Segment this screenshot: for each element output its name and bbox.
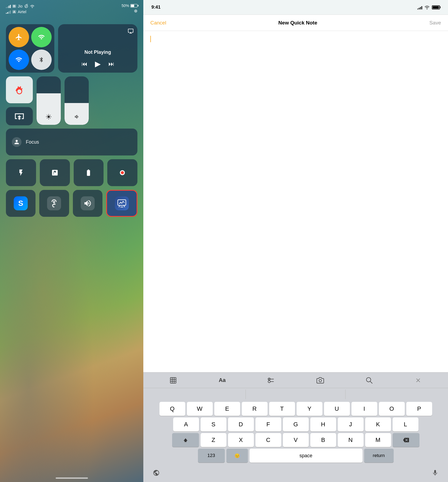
shift-icon <box>183 437 189 443</box>
cc-media-block[interactable]: Not Playing ⏮ ▶ ⏭ <box>58 24 137 73</box>
camera-icon <box>317 377 324 384</box>
volume-slider[interactable] <box>65 76 89 125</box>
checklist-button[interactable] <box>265 375 278 386</box>
media-airplay-icon[interactable] <box>128 28 134 35</box>
cellular-icon <box>38 34 45 41</box>
key-c[interactable]: C <box>255 433 281 447</box>
key-a[interactable]: A <box>173 417 199 431</box>
backspace-key[interactable] <box>393 433 419 447</box>
media-next-button[interactable]: ⏭ <box>108 61 114 68</box>
monitor-chart-icon <box>117 199 127 208</box>
table-button[interactable] <box>167 375 180 386</box>
waveform-icon <box>83 199 92 208</box>
notes-text-area[interactable] <box>143 31 448 372</box>
svg-rect-3 <box>118 200 126 205</box>
battery-indicator-button[interactable] <box>74 159 104 186</box>
record-icon <box>119 169 126 176</box>
wifi-button-icon <box>15 56 22 63</box>
svg-point-0 <box>32 7 33 8</box>
keyboard-row-zm: Z X C V B N M <box>144 433 447 447</box>
microphone-button[interactable] <box>429 467 441 479</box>
camera-button[interactable] <box>314 375 327 386</box>
cancel-button[interactable]: Cancel <box>150 20 166 26</box>
key-h[interactable]: H <box>310 417 336 431</box>
cellular-button[interactable] <box>31 27 52 47</box>
space-key[interactable]: space <box>250 449 362 463</box>
status-icons-right <box>417 5 440 9</box>
brightness-slider[interactable] <box>37 76 61 125</box>
screen-record-button[interactable] <box>107 159 137 186</box>
emoji-key[interactable]: 😊 <box>226 449 248 463</box>
flashlight-button[interactable] <box>6 159 36 186</box>
carrier2-row: A Airtel <box>6 10 35 14</box>
key-q[interactable]: Q <box>159 402 185 416</box>
battery-area: 50% ⊕ <box>122 3 137 13</box>
calculator-button[interactable] <box>40 159 70 186</box>
key-i[interactable]: I <box>351 402 377 416</box>
bluetooth-button[interactable] <box>31 49 52 70</box>
key-j[interactable]: J <box>338 417 364 431</box>
reader-app-button[interactable] <box>106 190 137 217</box>
keyboard-row-al: A S D F G H J K L <box>144 417 447 431</box>
microphone-icon <box>432 469 439 476</box>
suggestion-2[interactable] <box>246 389 346 399</box>
close-icon <box>415 377 421 384</box>
hearing-icon <box>47 196 61 210</box>
speaker-icon <box>74 114 80 120</box>
wifi-icon <box>30 4 35 8</box>
shazam-icon: S <box>14 196 28 210</box>
shazam-button[interactable]: S <box>6 190 35 217</box>
key-z[interactable]: Z <box>201 433 226 447</box>
airplane-mode-button[interactable] <box>9 27 29 47</box>
save-button[interactable]: Save <box>429 20 441 26</box>
focus-button[interactable]: Focus <box>6 129 137 155</box>
key-o[interactable]: O <box>379 402 405 416</box>
wifi-status-icon: ⊘̈ <box>24 3 28 9</box>
suggestion-3[interactable] <box>346 389 445 399</box>
key-y[interactable]: Y <box>297 402 322 416</box>
focus-label: Focus <box>26 139 39 145</box>
toolbar-close-button[interactable] <box>412 375 425 386</box>
key-e[interactable]: E <box>214 402 240 416</box>
key-u[interactable]: U <box>324 402 350 416</box>
battery-icon <box>130 4 137 8</box>
key-n[interactable]: N <box>338 433 364 447</box>
carrier2-label: Airtel <box>18 10 26 14</box>
key-v[interactable]: V <box>283 433 309 447</box>
key-x[interactable]: X <box>228 433 254 447</box>
return-key[interactable]: return <box>364 449 394 463</box>
key-l[interactable]: L <box>393 417 418 431</box>
key-f[interactable]: F <box>255 417 281 431</box>
globe-button[interactable] <box>150 467 162 479</box>
key-k[interactable]: K <box>365 417 391 431</box>
key-d[interactable]: D <box>228 417 254 431</box>
status-bar-right: 9:41 <box>143 0 448 15</box>
shift-key[interactable] <box>172 433 199 447</box>
suggestion-1[interactable] <box>146 389 246 399</box>
sound-analysis-button[interactable] <box>73 190 102 217</box>
sound-analysis-icon <box>81 196 95 210</box>
notes-toolbar: Aa <box>143 372 448 388</box>
svg-point-15 <box>366 377 371 382</box>
screen-rotation-lock-button[interactable] <box>6 76 33 103</box>
key-b[interactable]: B <box>310 433 336 447</box>
keyboard-bottom-row: 123 😊 space return <box>144 449 447 463</box>
key-g[interactable]: G <box>283 417 309 431</box>
person-icon <box>13 139 20 145</box>
font-button[interactable]: Aa <box>216 375 229 386</box>
key-r[interactable]: R <box>242 402 268 416</box>
wifi-button[interactable] <box>9 49 29 70</box>
key-m[interactable]: M <box>365 433 391 447</box>
airplay-mirror-button[interactable] <box>6 107 33 125</box>
home-indicator-left <box>56 477 88 479</box>
search-compose-button[interactable] <box>363 375 376 386</box>
key-s[interactable]: S <box>201 417 226 431</box>
num-key[interactable]: 123 <box>198 449 225 463</box>
media-play-button[interactable]: ▶ <box>95 59 101 68</box>
key-w[interactable]: W <box>187 402 213 416</box>
media-prev-button[interactable]: ⏮ <box>81 61 87 68</box>
volume-icon <box>74 114 80 121</box>
key-t[interactable]: T <box>269 402 295 416</box>
key-p[interactable]: P <box>406 402 432 416</box>
hearing-button[interactable] <box>39 190 69 217</box>
